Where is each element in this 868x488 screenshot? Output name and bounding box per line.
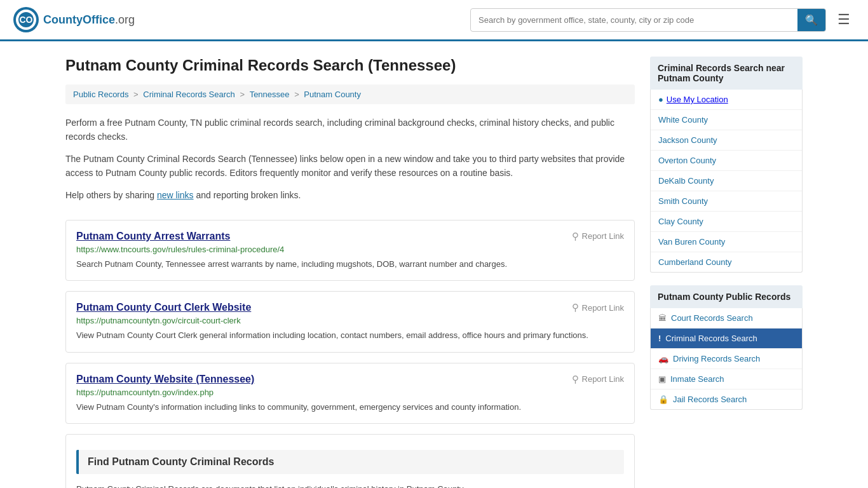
page-title: Putnam County Criminal Records Search (T… (65, 57, 635, 74)
report-icon-1: ⚲ (572, 231, 579, 242)
header-right: 🔍 ☰ (470, 8, 855, 32)
result-header-2: Putnam County Court Clerk Website ⚲ Repo… (76, 302, 624, 313)
sidebar-item-smith-county[interactable]: Smith County (651, 191, 802, 212)
sidebar-item-dekalb-county[interactable]: DeKalb County (651, 171, 802, 191)
result-item-2: Putnam County Court Clerk Website ⚲ Repo… (65, 291, 635, 353)
result-url-1[interactable]: https://www.tncourts.gov/rules/rules-cri… (76, 245, 624, 254)
breadcrumb-putnam-county[interactable]: Putnam County (304, 90, 361, 99)
report-icon-2: ⚲ (572, 302, 579, 313)
use-location[interactable]: ● Use My Location (651, 90, 802, 110)
result-header-1: Putnam County Arrest Warrants ⚲ Report L… (76, 231, 624, 242)
jail-icon: 🔒 (658, 395, 668, 404)
nearby-list: ● Use My Location White County Jackson C… (650, 90, 803, 273)
sidebar-item-jail-records[interactable]: 🔒 Jail Records Search (651, 390, 802, 409)
header: CO CountyOffice.org 🔍 ☰ (0, 0, 868, 41)
breadcrumb-sep2: > (240, 90, 247, 99)
public-records-section: Putnam County Public Records 🏛 Court Rec… (650, 285, 803, 410)
inmate-icon: ▣ (658, 374, 666, 384)
driving-icon: 🚗 (658, 354, 668, 363)
nearby-section-title: Criminal Records Search near Putnam Coun… (650, 57, 803, 90)
sidebar-item-van-buren-county[interactable]: Van Buren County (651, 232, 802, 252)
use-location-link[interactable]: Use My Location (667, 95, 728, 104)
find-records-desc: Putnam County Criminal Records are docum… (76, 483, 624, 488)
report-label-1: Report Link (582, 231, 624, 241)
sidebar-item-clay-county[interactable]: Clay County (651, 212, 802, 232)
public-records-list: 🏛 Court Records Search ! Criminal Record… (650, 308, 803, 410)
report-link-3[interactable]: ⚲ Report Link (572, 374, 624, 385)
sidebar-item-white-county[interactable]: White County (651, 110, 802, 130)
report-link-2[interactable]: ⚲ Report Link (572, 302, 624, 313)
result-desc-2: View Putnam County Court Clerk general i… (76, 329, 624, 342)
report-label-2: Report Link (582, 303, 624, 313)
report-link-1[interactable]: ⚲ Report Link (572, 231, 624, 242)
new-links[interactable]: new links (157, 190, 194, 200)
sidebar-item-court-records[interactable]: 🏛 Court Records Search (651, 308, 802, 329)
desc-para-1: Perform a free Putnam County, TN public … (65, 116, 635, 144)
sidebar-item-cumberland-county[interactable]: Cumberland County (651, 252, 802, 272)
result-title-3[interactable]: Putnam County Website (Tennessee) (76, 374, 254, 385)
result-url-3[interactable]: https://putnamcountytn.gov/index.php (76, 388, 624, 397)
main-container: Putnam County Criminal Records Search (T… (53, 41, 815, 488)
sidebar-item-jackson-county[interactable]: Jackson County (651, 130, 802, 151)
result-item-3: Putnam County Website (Tennessee) ⚲ Repo… (65, 363, 635, 424)
desc-para-3: Help others by sharing new links and rep… (65, 188, 635, 202)
result-item-1: Putnam County Arrest Warrants ⚲ Report L… (65, 220, 635, 281)
report-label-3: Report Link (582, 374, 624, 384)
result-desc-3: View Putnam County's information includi… (76, 401, 624, 414)
logo-area: CO CountyOffice.org (13, 6, 135, 33)
sidebar-item-criminal-records[interactable]: ! Criminal Records Search (651, 329, 802, 349)
result-url-2[interactable]: https://putnamcountytn.gov/circuit-court… (76, 316, 624, 325)
result-header-3: Putnam County Website (Tennessee) ⚲ Repo… (76, 374, 624, 385)
breadcrumb-criminal-records[interactable]: Criminal Records Search (143, 90, 235, 99)
result-title-2[interactable]: Putnam County Court Clerk Website (76, 302, 251, 313)
breadcrumb-sep1: > (133, 90, 140, 99)
breadcrumb-tennessee[interactable]: Tennessee (250, 90, 290, 99)
sidebar-item-overton-county[interactable]: Overton County (651, 151, 802, 171)
content-area: Putnam County Criminal Records Search (T… (65, 57, 635, 488)
sidebar: Criminal Records Search near Putnam Coun… (650, 57, 803, 488)
breadcrumb-public-records[interactable]: Public Records (73, 90, 128, 99)
find-records-section: Find Putnam County Criminal Records Putn… (65, 434, 635, 488)
nearby-section: Criminal Records Search near Putnam Coun… (650, 57, 803, 273)
sidebar-item-inmate-search[interactable]: ▣ Inmate Search (651, 369, 802, 390)
court-icon: 🏛 (658, 313, 667, 323)
breadcrumb: Public Records > Criminal Records Search… (65, 85, 635, 104)
breadcrumb-sep3: > (294, 90, 301, 99)
sidebar-item-driving-records[interactable]: 🚗 Driving Records Search (651, 349, 802, 369)
location-icon: ● (658, 95, 663, 104)
find-records-heading: Find Putnam County Criminal Records (76, 450, 624, 474)
logo-text: CountyOffice.org (43, 13, 135, 27)
svg-text:CO: CO (20, 15, 33, 25)
logo-icon: CO (13, 6, 39, 33)
report-icon-3: ⚲ (572, 374, 579, 385)
search-bar: 🔍 (470, 8, 826, 32)
result-title-1[interactable]: Putnam County Arrest Warrants (76, 231, 230, 242)
desc-para-2: The Putnam County Criminal Records Searc… (65, 152, 635, 180)
search-input[interactable] (471, 10, 797, 30)
description: Perform a free Putnam County, TN public … (65, 116, 635, 202)
menu-button[interactable]: ☰ (832, 9, 855, 30)
search-button[interactable]: 🔍 (797, 9, 825, 31)
public-records-title: Putnam County Public Records (650, 285, 803, 308)
criminal-icon: ! (658, 334, 661, 343)
result-desc-1: Search Putnam County, Tennessee arrest w… (76, 258, 624, 271)
